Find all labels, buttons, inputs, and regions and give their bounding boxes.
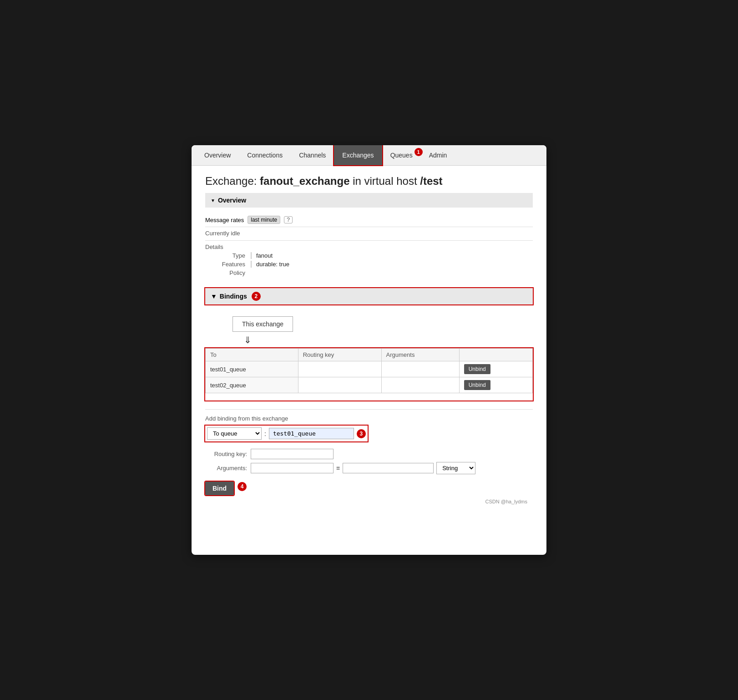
colon-separator: : [264,430,266,437]
divider-2 [205,240,533,241]
nav-bar: Overview Connections Channels Exchanges … [192,145,546,166]
bindings-table: To Routing key Arguments test01_queue [205,348,533,393]
bind-annotation-badge: 4 [238,482,247,491]
col-actions [459,349,532,361]
exchange-name: fanout_exchange [260,175,349,187]
detail-row-policy: Policy [205,269,533,276]
arguments-2 [381,377,459,393]
col-to: To [206,349,298,361]
title-middle-text: in virtual host [353,175,417,187]
bindings-table-body: test01_queue Unbind test02_queue [206,361,533,393]
tab-connections[interactable]: Connections [239,145,291,165]
arguments-1 [381,361,459,377]
equals-sign: = [336,465,340,472]
footer-credit: CSDN @ha_lydms [205,495,533,506]
message-rates-label: Message rates [205,217,244,223]
tab-queues-wrapper: Queues 1 [382,145,421,165]
main-content: Exchange: fanout_exchange in virtual hos… [192,166,546,515]
routing-key-1 [298,361,381,377]
unbind-cell-2: Unbind [459,377,532,393]
tab-channels[interactable]: Channels [291,145,334,165]
routing-key-input[interactable] [251,449,334,459]
tab-overview[interactable]: Overview [196,145,239,165]
tab-admin-wrapper: Admin [421,145,455,165]
add-binding-row: To queue To exchange : 3 [205,426,368,441]
detail-key-policy: Policy [205,269,251,276]
arguments-label: Arguments: [205,465,251,472]
bindings-header-row: To Routing key Arguments [206,349,533,361]
bindings-section-header[interactable]: ▼ Bindings 2 [205,288,533,304]
status-text: Currently idle [205,230,533,237]
bindings-table-head: To Routing key Arguments [206,349,533,361]
detail-val-type: fanout [251,252,273,259]
main-window: Overview Connections Channels Exchanges … [192,145,546,555]
page-title: Exchange: fanout_exchange in virtual hos… [205,175,533,188]
detail-row-features: Features durable: true [205,261,533,268]
detail-row-type: Type fanout [205,252,533,259]
divider-3 [205,409,533,410]
type-select[interactable]: String Integer Boolean [436,462,475,474]
queue-name-2: test02_queue [206,377,298,393]
overview-label: Overview [218,197,246,204]
bindings-annotation-badge: 2 [252,292,261,301]
bindings-label: Bindings [220,293,247,300]
divider-1 [205,227,533,227]
tab-exchanges[interactable]: Exchanges [334,145,382,165]
bindings-body: This exchange ⇓ To Routing key Arguments [205,309,533,402]
arguments-row: Arguments: = String Integer Boolean [205,462,533,474]
queue-name-input[interactable] [269,428,354,439]
add-binding-title: Add binding from this exchange [205,415,533,422]
add-binding-annotation-badge: 3 [357,429,366,438]
table-row: test02_queue Unbind [206,377,533,393]
tab-connections-wrapper: Connections [239,145,291,165]
overview-section-header[interactable]: ▼ Overview [205,193,533,208]
bindings-triangle: ▼ [211,293,217,300]
this-exchange-box: This exchange [233,316,293,332]
col-routing-key: Routing key [298,349,381,361]
bind-button-area: Bind 4 [205,478,533,495]
tab-queues[interactable]: Queues [382,145,421,165]
message-rates-filter[interactable]: last minute [248,216,280,224]
to-queue-select[interactable]: To queue To exchange [207,427,262,440]
bindings-table-wrapper: To Routing key Arguments test01_queue [205,348,533,401]
arguments-input-right[interactable] [343,463,434,473]
unbind-button-2[interactable]: Unbind [464,380,490,390]
routing-key-label: Routing key: [205,451,251,457]
vhost: /test [420,175,442,187]
question-mark-button[interactable]: ? [284,216,293,223]
unbind-cell-1: Unbind [459,361,532,377]
detail-val-features: durable: true [251,261,289,268]
detail-key-type: Type [205,252,251,259]
arguments-input-left[interactable] [251,463,334,473]
tab-channels-wrapper: Channels [291,145,334,165]
routing-key-2 [298,377,381,393]
tab-exchanges-wrapper: Exchanges [334,145,382,165]
down-arrow: ⇓ [244,335,533,345]
unbind-button-1[interactable]: Unbind [464,364,490,374]
routing-key-row: Routing key: [205,449,533,459]
tab-overview-wrapper: Overview [196,145,239,165]
col-arguments: Arguments [381,349,459,361]
tab-admin[interactable]: Admin [421,145,455,165]
queue-name-1: test01_queue [206,361,298,377]
detail-key-features: Features [205,261,251,268]
overview-section-body: Message rates last minute ? Currently id… [205,208,533,283]
overview-triangle: ▼ [211,198,215,203]
table-row: test01_queue Unbind [206,361,533,377]
details-label: Details [205,243,533,250]
message-rates-row: Message rates last minute ? [205,216,533,224]
title-prefix: Exchange: [205,175,257,187]
bind-button[interactable]: Bind [205,482,234,495]
